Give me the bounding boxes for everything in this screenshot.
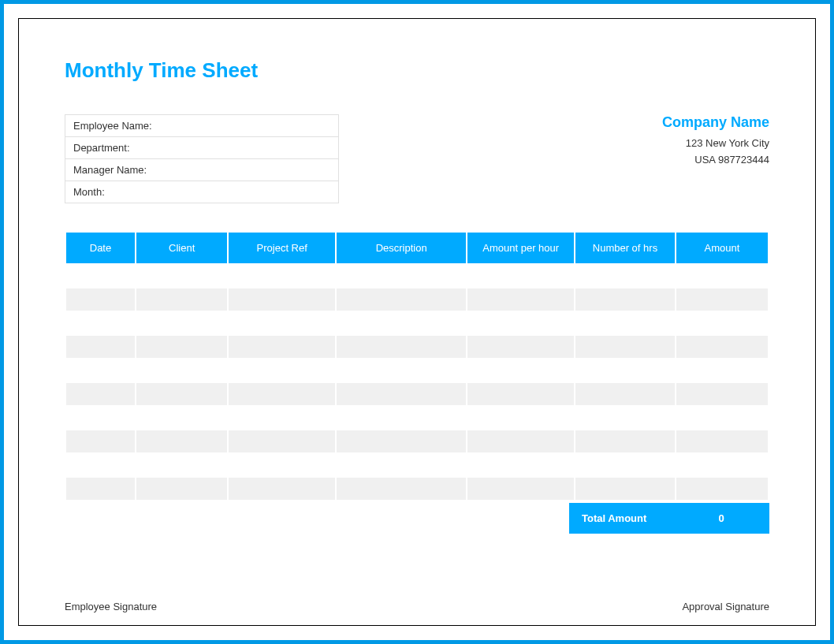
table-cell-project_ref[interactable]: [229, 454, 335, 476]
table-cell-client[interactable]: [136, 430, 227, 452]
table-cell-client[interactable]: [136, 265, 227, 287]
table-cell-amount[interactable]: [676, 430, 768, 452]
table-cell-amount_per_hour[interactable]: [467, 312, 574, 334]
table-row: [66, 478, 768, 500]
table-cell-amount_per_hour[interactable]: [467, 265, 574, 287]
table-cell-client[interactable]: [136, 407, 227, 429]
table-cell-amount_per_hour[interactable]: [467, 454, 574, 476]
table-row: [66, 288, 768, 311]
table-cell-description[interactable]: [337, 359, 466, 382]
table-cell-amount_per_hour[interactable]: [467, 430, 574, 452]
table-row: [66, 407, 768, 429]
table-cell-description[interactable]: [337, 478, 466, 500]
table-cell-number_of_hrs[interactable]: [575, 454, 675, 476]
table-cell-number_of_hrs[interactable]: [575, 430, 675, 452]
table-row: [66, 430, 768, 452]
table-cell-amount[interactable]: [676, 478, 768, 500]
approval-signature-label: Approval Signature: [682, 601, 769, 612]
table-cell-date[interactable]: [66, 336, 135, 358]
table-cell-number_of_hrs[interactable]: [575, 336, 675, 358]
table-cell-project_ref[interactable]: [229, 407, 335, 429]
table-cell-description[interactable]: [337, 454, 466, 476]
table-cell-date[interactable]: [66, 312, 135, 334]
table-row: [66, 336, 768, 358]
table-cell-description[interactable]: [337, 383, 466, 405]
table-cell-amount_per_hour[interactable]: [467, 336, 574, 358]
table-cell-amount_per_hour[interactable]: [467, 383, 574, 405]
table-cell-project_ref[interactable]: [229, 478, 335, 500]
month-field[interactable]: Month:: [65, 181, 339, 203]
table-cell-project_ref[interactable]: [229, 430, 335, 452]
table-cell-number_of_hrs[interactable]: [575, 359, 675, 382]
col-header-amount: Amount: [676, 233, 768, 263]
col-header-date: Date: [66, 233, 135, 263]
table-cell-project_ref[interactable]: [229, 336, 335, 358]
table-cell-number_of_hrs[interactable]: [575, 265, 675, 287]
table-cell-amount[interactable]: [676, 359, 768, 382]
total-row: Total Amount 0: [65, 503, 769, 534]
timesheet-table: Date Client Project Ref Description Amou…: [65, 231, 769, 501]
table-cell-project_ref[interactable]: [229, 383, 335, 405]
table-cell-client[interactable]: [136, 478, 227, 500]
table-cell-number_of_hrs[interactable]: [575, 383, 675, 405]
table-cell-amount_per_hour[interactable]: [467, 359, 574, 382]
table-cell-date[interactable]: [66, 407, 135, 429]
table-cell-amount_per_hour[interactable]: [467, 478, 574, 500]
top-section: Employee Name: Department: Manager Name:…: [65, 114, 769, 203]
table-cell-amount_per_hour[interactable]: [467, 407, 574, 429]
table-row: [66, 454, 768, 476]
table-cell-number_of_hrs[interactable]: [575, 407, 675, 429]
table-cell-project_ref[interactable]: [229, 265, 335, 287]
table-cell-date[interactable]: [66, 383, 135, 405]
table-row: [66, 359, 768, 382]
table-cell-date[interactable]: [66, 288, 135, 311]
table-cell-date[interactable]: [66, 265, 135, 287]
table-cell-project_ref[interactable]: [229, 288, 335, 311]
table-cell-number_of_hrs[interactable]: [575, 312, 675, 334]
table-cell-client[interactable]: [136, 454, 227, 476]
table-cell-date[interactable]: [66, 478, 135, 500]
table-cell-number_of_hrs[interactable]: [575, 288, 675, 311]
table-cell-client[interactable]: [136, 312, 227, 334]
col-header-client: Client: [136, 233, 227, 263]
table-cell-amount[interactable]: [676, 336, 768, 358]
table-row: [66, 312, 768, 334]
table-cell-client[interactable]: [136, 288, 227, 311]
table-cell-project_ref[interactable]: [229, 359, 335, 382]
table-cell-date[interactable]: [66, 454, 135, 476]
table-cell-description[interactable]: [337, 312, 466, 334]
table-cell-project_ref[interactable]: [229, 312, 335, 334]
manager-name-field[interactable]: Manager Name:: [65, 159, 339, 181]
table-cell-description[interactable]: [337, 336, 466, 358]
table-cell-description[interactable]: [337, 407, 466, 429]
table-header-row: Date Client Project Ref Description Amou…: [66, 233, 768, 263]
table-cell-description[interactable]: [337, 288, 466, 311]
table-cell-description[interactable]: [337, 430, 466, 452]
table-cell-client[interactable]: [136, 359, 227, 382]
table-cell-description[interactable]: [337, 265, 466, 287]
table-cell-amount[interactable]: [676, 407, 768, 429]
table-cell-amount[interactable]: [676, 454, 768, 476]
company-address-line1: 123 New York City: [662, 137, 769, 149]
inner-frame: Monthly Time Sheet Employee Name: Depart…: [18, 18, 816, 626]
total-amount-value: 0: [673, 503, 769, 534]
table-cell-number_of_hrs[interactable]: [575, 478, 675, 500]
table-cell-date[interactable]: [66, 430, 135, 452]
employee-signature-label: Employee Signature: [65, 601, 157, 612]
table-cell-amount[interactable]: [676, 312, 768, 334]
col-header-description: Description: [337, 233, 466, 263]
table-cell-amount_per_hour[interactable]: [467, 288, 574, 311]
col-header-number-of-hrs: Number of hrs: [575, 233, 675, 263]
company-name: Company Name: [662, 114, 769, 131]
table-cell-client[interactable]: [136, 336, 227, 358]
table-cell-date[interactable]: [66, 359, 135, 382]
table-cell-amount[interactable]: [676, 265, 768, 287]
table-cell-client[interactable]: [136, 383, 227, 405]
col-header-project-ref: Project Ref: [229, 233, 335, 263]
employee-name-field[interactable]: Employee Name:: [65, 114, 339, 137]
department-field[interactable]: Department:: [65, 137, 339, 159]
table-cell-amount[interactable]: [676, 288, 768, 311]
total-amount-label: Total Amount: [569, 503, 673, 534]
table-row: [66, 383, 768, 405]
table-cell-amount[interactable]: [676, 383, 768, 405]
